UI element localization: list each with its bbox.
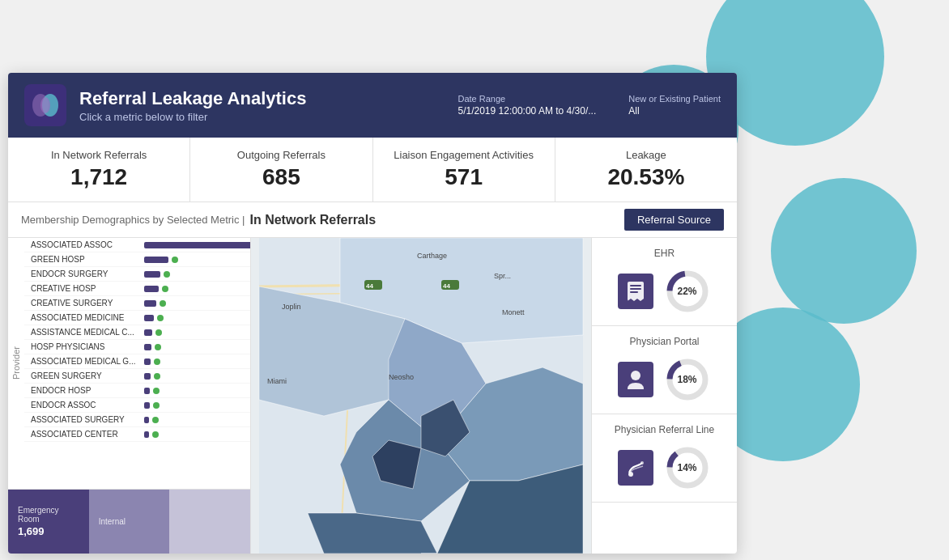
bottom-tile-er[interactable]: Emergency Room 1,699 [8,490,89,554]
referral-icon [618,274,653,309]
referral-source-item[interactable]: EHR 22% [592,238,737,326]
provider-row[interactable]: ASSOCIATED MEDICAL G... [24,354,250,369]
metric-outgoing-label: Outgoing Referrals [198,149,364,161]
svg-text:44: 44 [366,282,373,290]
provider-bar-container [144,315,244,321]
metrics-row: In Network Referrals 1,712 Outgoing Refe… [8,138,737,202]
provider-name: ASSISTANCE MEDICAL C... [31,328,144,337]
metric-liaison-label: Liaison Engagement Activities [381,149,547,161]
provider-inner: Provider ASSOCIATED ASSOCGREEN HOSPENDOC… [8,238,250,489]
metric-leakage[interactable]: Leakage 20.53% [555,138,737,202]
bottom-tile-er-label: Emergency Room [18,506,79,524]
metric-in-network[interactable]: In Network Referrals 1,712 [8,138,190,202]
provider-row[interactable]: ASSISTANCE MEDICAL C... [24,325,250,340]
referral-panel: EHR 22% Physician Portal 18% Physician R… [591,238,737,554]
referral-icon [618,450,653,486]
section-header: Membership Demographics by Selected Metr… [8,202,737,238]
svg-rect-29 [630,288,641,290]
provider-dot [155,329,162,336]
provider-dot [172,257,178,263]
provider-bar [144,402,150,409]
provider-row[interactable]: ENDOCR ASSOC [24,398,250,413]
svg-text:Spr...: Spr... [494,272,511,280]
provider-name: ASSOCIATED ASSOC [31,240,144,249]
date-range-value: 5/1/2019 12:00:00 AM to 4/30/... [457,105,596,117]
referral-source-item[interactable]: Physician Referral Line 14% [592,414,737,503]
dashboard-header: Referral Leakage Analytics Click a metri… [8,73,737,138]
provider-bar [144,388,150,394]
map-svg: Carthage Joplin Spr... Monett Miami Neos… [251,238,591,554]
provider-bar-container [144,286,244,292]
provider-bar-container [144,344,244,350]
provider-name: ENDOCR HOSP [31,386,144,395]
provider-row[interactable]: ENDOCR HOSP [24,384,250,398]
date-range-label: Date Range [457,94,505,104]
section-prefix: Membership Demographics by Selected Metr… [21,214,245,226]
provider-bar-container [144,300,244,307]
date-range-filter[interactable]: Date Range 5/1/2019 12:00:00 AM to 4/30/… [457,94,596,117]
provider-dot [153,388,160,394]
svg-text:Joplin: Joplin [282,303,301,311]
metric-in-network-label: In Network Referrals [16,149,181,161]
header-filters: Date Range 5/1/2019 12:00:00 AM to 4/30/… [457,94,721,117]
provider-bar-container [144,402,244,409]
provider-bar-container [144,417,244,423]
provider-row[interactable]: ENDOCR SURGERY [24,267,250,282]
svg-rect-28 [630,285,641,286]
provider-name: CREATIVE SURGERY [31,299,144,308]
provider-bar [144,344,151,350]
referral-source-name: EHR [602,248,727,259]
patient-type-filter[interactable]: New or Existing Patient All [628,94,721,117]
provider-bar [144,373,151,380]
donut-label: 22% [677,286,696,297]
bottom-tile-internal-label: Internal [99,517,160,526]
provider-row[interactable]: ASSOCIATED ASSOC [24,238,250,252]
metric-in-network-value: 1,712 [16,164,181,190]
app-subtitle: Click a metric below to filter [79,111,445,123]
provider-row[interactable]: ASSOCIATED SURGERY [24,413,250,427]
provider-bar [144,417,149,423]
provider-name: ASSOCIATED MEDICINE [31,313,144,322]
provider-name: ASSOCIATED SURGERY [31,415,144,424]
provider-dot [153,402,160,409]
provider-row[interactable]: HOSP PHYSICIANS [24,340,250,354]
provider-bar-container [144,358,244,365]
provider-name: ENDOCR SURGERY [31,269,144,278]
bottom-tile-other [169,490,250,554]
referral-icon [618,362,653,397]
svg-point-38 [640,461,644,465]
metric-outgoing[interactable]: Outgoing Referrals 685 [190,138,372,202]
provider-bar [144,271,160,278]
metric-outgoing-value: 685 [198,164,364,190]
provider-dot [162,286,168,292]
provider-row[interactable]: CREATIVE SURGERY [24,296,250,311]
bottom-tile-internal[interactable]: Internal [89,490,170,554]
provider-bar [144,286,159,292]
provider-dot [152,417,159,423]
provider-row[interactable]: CREATIVE HOSP [24,282,250,296]
provider-bar-container [144,257,244,263]
provider-dot [160,300,166,307]
provider-row[interactable]: ASSOCIATED CENTER [24,427,250,442]
provider-row[interactable]: GREEN HOSP [24,252,250,267]
metric-liaison[interactable]: Liaison Engagement Activities 571 [373,138,555,202]
svg-point-34 [631,371,640,380]
provider-bar-container [144,431,244,438]
provider-bar-container [144,373,244,380]
provider-row[interactable]: GREEN SURGERY [24,369,250,384]
provider-dot [164,271,170,278]
provider-name: GREEN HOSP [31,255,144,264]
header-text: Referral Leakage Analytics Click a metri… [79,88,445,123]
donut-chart: 22% [663,267,712,316]
referral-source-button[interactable]: Referral Source [624,209,724,231]
referral-source-content: 18% [602,355,727,404]
donut-label: 14% [677,462,696,473]
provider-bar [144,431,149,438]
patient-type-value: All [628,105,639,117]
referral-source-item[interactable]: Physician Portal 18% [592,326,737,414]
provider-bar [144,329,152,336]
provider-row[interactable]: ASSOCIATED MEDICINE [24,311,250,325]
provider-name: HOSP PHYSICIANS [31,342,144,351]
map-panel: Carthage Joplin Spr... Monett Miami Neos… [251,238,591,554]
provider-panel: Provider ASSOCIATED ASSOCGREEN HOSPENDOC… [8,238,251,554]
